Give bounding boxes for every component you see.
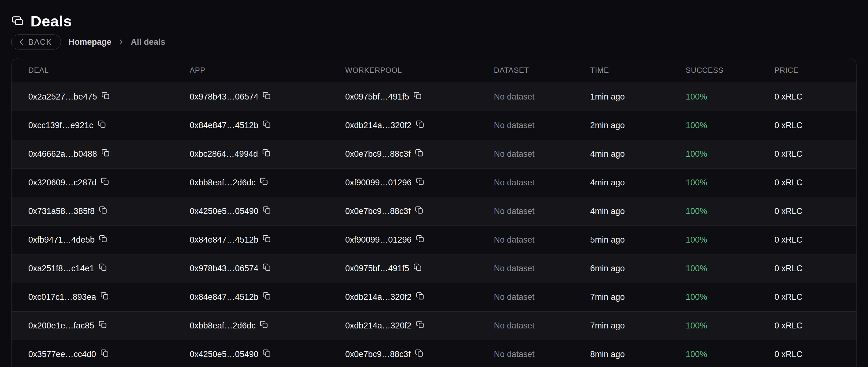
copy-icon[interactable] — [413, 91, 422, 100]
copy-icon[interactable] — [415, 149, 424, 157]
app-cell: 0x84e847…4512b — [173, 293, 329, 302]
workerpool-hash[interactable]: 0x0975bf…491f5 — [345, 264, 409, 273]
deal-cell: 0x320609…c287d — [11, 178, 173, 187]
table-row[interactable]: 0x320609…c287d 0xbb8eaf…2d6dc 0xf90099…0… — [11, 168, 857, 197]
copy-icon[interactable] — [413, 263, 422, 272]
deals-icon — [11, 16, 24, 27]
table-row[interactable]: 0x200e1e…fac85 0xbb8eaf…2d6dc 0xdb214a…3… — [11, 311, 857, 340]
table-row[interactable]: 0xcc139f…e921c 0x84e847…4512b 0xdb214a…3… — [11, 111, 857, 140]
deal-hash[interactable]: 0xc017c1…893ea — [28, 293, 96, 302]
copy-icon[interactable] — [262, 235, 271, 243]
copy-icon[interactable] — [416, 292, 424, 300]
table-row[interactable]: 0x46662a…b0488 0xbc2864…4994d 0x0e7bc9…8… — [11, 140, 857, 168]
workerpool-hash[interactable]: 0x0e7bc9…88c3f — [345, 349, 410, 359]
app-hash[interactable]: 0x4250e5…05490 — [190, 349, 258, 359]
deal-hash[interactable]: 0xfb9471…4de5b — [28, 235, 95, 245]
copy-icon[interactable] — [262, 292, 271, 300]
workerpool-hash[interactable]: 0xf90099…01296 — [345, 235, 411, 245]
copy-icon[interactable] — [262, 349, 271, 357]
copy-icon[interactable] — [100, 292, 109, 300]
app-cell: 0x84e847…4512b — [173, 121, 329, 130]
time-value: 1min ago — [590, 92, 625, 102]
deal-hash[interactable]: 0x2a2527…be475 — [28, 92, 97, 102]
workerpool-hash[interactable]: 0xf90099…01296 — [345, 178, 411, 187]
copy-icon[interactable] — [262, 91, 271, 100]
dataset-cell: No dataset — [477, 92, 574, 102]
dataset-value: No dataset — [494, 121, 535, 130]
copy-icon[interactable] — [262, 206, 271, 214]
price-value: 0 xRLC — [774, 207, 802, 216]
deal-cell: 0x3577ee…cc4d0 — [11, 349, 173, 359]
copy-icon[interactable] — [101, 91, 110, 100]
workerpool-hash[interactable]: 0xdb214a…320f2 — [345, 321, 411, 331]
workerpool-hash[interactable]: 0x0975bf…491f5 — [345, 92, 409, 102]
workerpool-hash[interactable]: 0xdb214a…320f2 — [345, 293, 411, 302]
success-cell: 100% — [669, 349, 757, 359]
time-value: 4min ago — [590, 178, 625, 187]
copy-icon[interactable] — [99, 320, 107, 329]
copy-icon[interactable] — [260, 320, 268, 329]
chevron-left-icon — [18, 38, 25, 46]
success-value: 100% — [686, 349, 707, 359]
copy-icon[interactable] — [98, 120, 106, 128]
table-row[interactable]: 0xc017c1…893ea 0x84e847…4512b 0xdb214a…3… — [11, 283, 857, 311]
breadcrumb-homepage[interactable]: Homepage — [68, 37, 112, 47]
copy-icon[interactable] — [99, 206, 107, 214]
app-hash[interactable]: 0xbc2864…4994d — [190, 149, 258, 159]
deal-hash[interactable]: 0x320609…c287d — [28, 178, 96, 187]
app-hash[interactable]: 0xbb8eaf…2d6dc — [190, 178, 256, 187]
table-row[interactable]: 0xfb9471…4de5b 0x84e847…4512b 0xf90099…0… — [11, 225, 857, 254]
deal-hash[interactable]: 0x3577ee…cc4d0 — [28, 349, 96, 359]
copy-icon[interactable] — [99, 263, 107, 272]
dataset-value: No dataset — [494, 293, 535, 302]
app-hash[interactable]: 0x84e847…4512b — [190, 121, 258, 130]
deal-hash[interactable]: 0xcc139f…e921c — [28, 121, 93, 130]
copy-icon[interactable] — [101, 177, 109, 186]
app-hash[interactable]: 0x84e847…4512b — [190, 293, 258, 302]
deal-hash[interactable]: 0x46662a…b0488 — [28, 149, 97, 159]
dataset-value: No dataset — [494, 321, 535, 331]
workerpool-cell: 0x0975bf…491f5 — [328, 92, 477, 102]
copy-icon[interactable] — [415, 206, 424, 214]
dataset-cell: No dataset — [477, 149, 574, 159]
table-row[interactable]: 0x2a2527…be475 0x978b43…06574 0x0975bf…4… — [11, 83, 857, 111]
deal-hash[interactable]: 0x731a58…385f8 — [28, 207, 95, 216]
copy-icon[interactable] — [100, 349, 109, 357]
copy-icon[interactable] — [260, 177, 268, 186]
success-value: 100% — [686, 293, 707, 302]
price-cell: 0 xRLC — [757, 235, 857, 245]
workerpool-hash[interactable]: 0x0e7bc9…88c3f — [345, 149, 410, 159]
table-row[interactable]: 0x3577ee…cc4d0 0x4250e5…05490 0x0e7bc9…8… — [11, 340, 857, 367]
price-cell: 0 xRLC — [757, 121, 857, 130]
copy-icon[interactable] — [99, 235, 107, 243]
copy-icon[interactable] — [262, 149, 271, 157]
deal-hash[interactable]: 0xa251f8…c14e1 — [28, 264, 94, 273]
app-hash[interactable]: 0xbb8eaf…2d6dc — [190, 321, 256, 331]
deal-hash[interactable]: 0x200e1e…fac85 — [28, 321, 94, 331]
copy-icon[interactable] — [262, 120, 271, 128]
workerpool-cell: 0xdb214a…320f2 — [328, 293, 477, 302]
copy-icon[interactable] — [416, 235, 424, 243]
table-row[interactable]: 0x731a58…385f8 0x4250e5…05490 0x0e7bc9…8… — [11, 197, 857, 225]
back-button[interactable]: BACK — [11, 34, 61, 50]
copy-icon[interactable] — [262, 263, 271, 272]
copy-icon[interactable] — [101, 149, 110, 157]
app-hash[interactable]: 0x978b43…06574 — [190, 92, 258, 102]
app-hash[interactable]: 0x978b43…06574 — [190, 264, 258, 273]
copy-icon[interactable] — [416, 320, 424, 329]
success-cell: 100% — [669, 121, 757, 130]
app-hash[interactable]: 0x4250e5…05490 — [190, 207, 258, 216]
workerpool-cell: 0xf90099…01296 — [328, 178, 477, 187]
workerpool-hash[interactable]: 0xdb214a…320f2 — [345, 121, 411, 130]
workerpool-cell: 0x0e7bc9…88c3f — [328, 207, 477, 216]
copy-icon[interactable] — [416, 120, 424, 128]
copy-icon[interactable] — [415, 349, 424, 357]
success-value: 100% — [686, 264, 707, 273]
price-value: 0 xRLC — [774, 92, 802, 102]
copy-icon[interactable] — [416, 177, 424, 186]
price-cell: 0 xRLC — [757, 207, 857, 216]
deal-cell: 0xc017c1…893ea — [11, 293, 173, 302]
workerpool-hash[interactable]: 0x0e7bc9…88c3f — [345, 207, 410, 216]
app-hash[interactable]: 0x84e847…4512b — [190, 235, 258, 245]
table-row[interactable]: 0xa251f8…c14e1 0x978b43…06574 0x0975bf…4… — [11, 254, 857, 283]
